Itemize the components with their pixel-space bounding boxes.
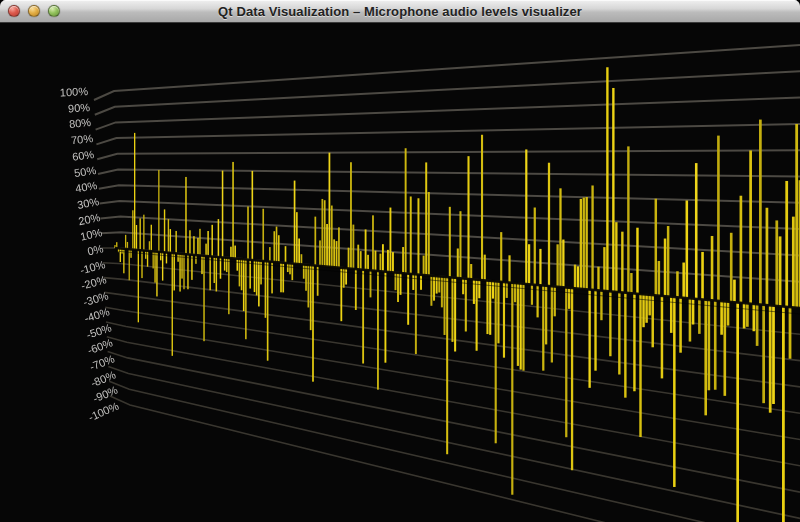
window-titlebar[interactable]: Qt Data Visualization – Microphone audio… (0, 0, 800, 23)
visualization-area: 100%90%80%70%60%50%40%30%20%10%0%-10%-20… (0, 23, 800, 522)
zoom-button[interactable] (48, 5, 60, 17)
close-button[interactable] (8, 5, 20, 17)
bars-canvas[interactable] (0, 23, 800, 522)
window-controls (8, 0, 60, 22)
window-title: Qt Data Visualization – Microphone audio… (218, 4, 582, 19)
minimize-button[interactable] (28, 5, 40, 17)
app-window: Qt Data Visualization – Microphone audio… (0, 0, 800, 522)
